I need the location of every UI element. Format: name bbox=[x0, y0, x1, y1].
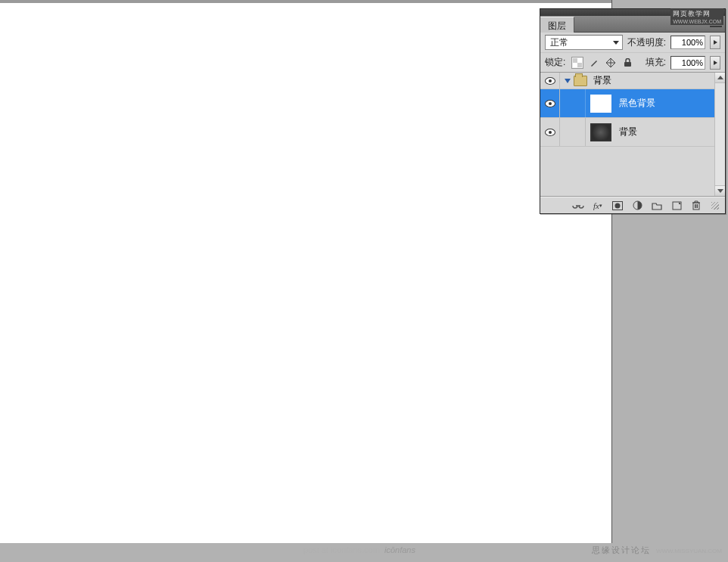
watermark-footer-left: post at iconfans.com icōnfans bbox=[303, 545, 415, 554]
layers-panel: × 图层 正常 不透明度: 100% 锁定: bbox=[540, 8, 726, 214]
visibility-toggle[interactable] bbox=[540, 73, 560, 88]
layer-thumbnail[interactable] bbox=[590, 123, 611, 141]
eye-icon bbox=[545, 77, 555, 85]
link-icon[interactable] bbox=[572, 200, 584, 211]
fill-label: 填充: bbox=[646, 56, 666, 69]
scroll-up-icon[interactable] bbox=[715, 73, 725, 83]
blend-opacity-row: 正常 不透明度: 100% bbox=[540, 33, 725, 52]
adjust-icon[interactable] bbox=[631, 200, 643, 211]
watermark-url: WWW.WEBJX.COM bbox=[673, 19, 721, 24]
lock-pixels-icon[interactable] bbox=[588, 57, 600, 69]
indent bbox=[560, 89, 586, 117]
resize-grip-icon[interactable] bbox=[711, 202, 719, 210]
blend-mode-select[interactable]: 正常 bbox=[545, 35, 623, 50]
lock-fill-row: 锁定: 填充: 100% bbox=[540, 52, 725, 72]
new-layer-icon[interactable] bbox=[670, 200, 683, 211]
expand-icon[interactable] bbox=[565, 79, 571, 83]
eye-icon bbox=[545, 129, 555, 136]
lock-position-icon[interactable] bbox=[605, 57, 617, 69]
watermark-footer-right: 思缘设计论坛 WWW.MISSYUAN.COM bbox=[592, 545, 722, 556]
layers-list: 背景 黑色背景 背景 bbox=[540, 72, 725, 197]
lock-all-icon[interactable] bbox=[621, 57, 633, 69]
trash-icon[interactable] bbox=[690, 200, 702, 211]
svg-rect-1 bbox=[577, 63, 582, 67]
lock-icons bbox=[571, 57, 633, 69]
layer-name: 背景 bbox=[619, 126, 637, 138]
watermark-text: 网页教学网 bbox=[673, 10, 711, 17]
blend-mode-value: 正常 bbox=[550, 36, 568, 49]
svg-rect-2 bbox=[577, 58, 582, 63]
svg-rect-4 bbox=[624, 62, 631, 67]
layer-thumbnail[interactable] bbox=[590, 95, 611, 113]
lock-transparent-icon[interactable] bbox=[571, 57, 583, 69]
visibility-toggle[interactable] bbox=[540, 118, 560, 146]
opacity-input[interactable]: 100% bbox=[670, 36, 705, 49]
panel-bottom-toolbar: fx▾ bbox=[540, 197, 725, 213]
svg-rect-3 bbox=[573, 63, 577, 67]
indent bbox=[560, 118, 586, 146]
group-icon[interactable] bbox=[651, 200, 663, 211]
fill-input[interactable]: 100% bbox=[670, 56, 705, 70]
scroll-down-icon[interactable] bbox=[715, 185, 725, 196]
canvas[interactable] bbox=[0, 0, 612, 543]
mask-icon[interactable] bbox=[611, 200, 624, 211]
lock-label: 锁定: bbox=[545, 56, 565, 69]
layer-row-selected[interactable]: 黑色背景 bbox=[540, 89, 725, 118]
opacity-stepper[interactable] bbox=[710, 36, 720, 49]
scrollbar[interactable] bbox=[714, 73, 725, 196]
visibility-toggle[interactable] bbox=[540, 89, 560, 117]
fill-stepper[interactable] bbox=[710, 56, 720, 70]
layer-name: 背景 bbox=[593, 74, 611, 87]
svg-point-6 bbox=[615, 203, 621, 208]
layer-group-row[interactable]: 背景 bbox=[540, 73, 725, 89]
svg-rect-0 bbox=[573, 58, 577, 63]
canvas-top-strip bbox=[0, 0, 611, 3]
eye-icon bbox=[545, 100, 555, 107]
tab-layers[interactable]: 图层 bbox=[540, 17, 574, 33]
fx-icon[interactable]: fx▾ bbox=[592, 200, 604, 211]
opacity-label: 不透明度: bbox=[627, 36, 666, 49]
layer-row[interactable]: 背景 bbox=[540, 118, 725, 147]
layer-name: 黑色背景 bbox=[619, 97, 655, 110]
watermark-top-right: 网页教学网 WWW.WEBJX.COM bbox=[670, 8, 723, 25]
folder-icon bbox=[574, 76, 587, 86]
chevron-down-icon bbox=[613, 41, 619, 45]
